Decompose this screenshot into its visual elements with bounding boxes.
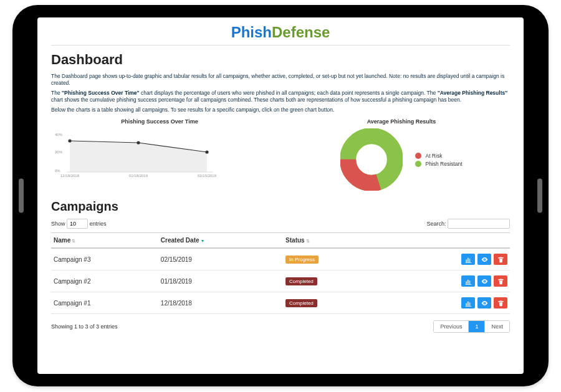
entries-input[interactable] bbox=[67, 219, 88, 229]
brand-logo: PhishDefense bbox=[51, 22, 510, 45]
cell-created: 02/15/2019 bbox=[158, 248, 283, 270]
svg-text:20%: 20% bbox=[55, 150, 63, 154]
section-campaigns-title: Campaigns bbox=[51, 199, 510, 214]
screen: PhishDefense Dashboard The Dashboard pag… bbox=[37, 17, 524, 374]
svg-point-5 bbox=[137, 141, 140, 145]
table-row: Campaign #112/18/2018Completed bbox=[51, 292, 510, 314]
page-title: Dashboard bbox=[51, 52, 510, 68]
cell-status: In Progress bbox=[283, 248, 380, 270]
legend-dot-red bbox=[415, 153, 421, 159]
cell-status: Completed bbox=[283, 270, 380, 292]
chart-title-line: Phishing Success Over Time bbox=[51, 118, 268, 125]
svg-point-4 bbox=[68, 140, 71, 143]
svg-point-13 bbox=[358, 146, 385, 173]
desc-p1: The Dashboard page shows up-to-date grap… bbox=[51, 73, 510, 87]
chart-button[interactable] bbox=[461, 297, 475, 308]
status-badge: In Progress bbox=[285, 256, 319, 264]
view-button[interactable] bbox=[477, 275, 491, 287]
line-chart-svg: 40% 20% 0% 12/18/2018 01/18/2019 02/ bbox=[51, 128, 226, 178]
legend-dot-green bbox=[415, 161, 421, 167]
col-created[interactable]: Created Date▼ bbox=[158, 233, 283, 249]
bezel-button-left bbox=[19, 179, 24, 213]
donut-chart-svg bbox=[340, 128, 403, 191]
bezel-button-right bbox=[537, 179, 542, 213]
cell-name: Campaign #2 bbox=[51, 270, 158, 292]
col-status[interactable]: Status⇅ bbox=[283, 233, 380, 249]
sort-desc-icon: ▼ bbox=[201, 239, 205, 243]
cell-created: 12/18/2018 bbox=[158, 292, 283, 314]
cell-created: 01/18/2019 bbox=[158, 270, 283, 292]
pager-prev[interactable]: Previous bbox=[434, 321, 468, 332]
desc-p3: Below the charts is a table showing all … bbox=[51, 107, 510, 113]
chart-button[interactable] bbox=[461, 275, 475, 287]
tablet-frame: PhishDefense Dashboard The Dashboard pag… bbox=[12, 5, 549, 386]
brand-part1: Phish bbox=[231, 24, 272, 41]
svg-point-6 bbox=[205, 151, 208, 154]
chart-success-over-time: Phishing Success Over Time 40% 20% 0% bbox=[51, 118, 268, 191]
delete-button[interactable] bbox=[494, 275, 507, 287]
table-row: Campaign #302/15/2019In Progress bbox=[51, 248, 510, 270]
svg-text:40%: 40% bbox=[55, 133, 63, 136]
table-footer-info: Showing 1 to 3 of 3 entries bbox=[51, 323, 118, 330]
table-row: Campaign #201/18/2019Completed bbox=[51, 270, 510, 292]
delete-button[interactable] bbox=[494, 297, 507, 308]
sort-icon: ⇅ bbox=[306, 239, 310, 243]
cell-status: Completed bbox=[283, 292, 380, 314]
status-badge: Completed bbox=[285, 277, 317, 285]
pager: Previous 1 Next bbox=[433, 320, 510, 333]
chart-button[interactable] bbox=[461, 254, 475, 265]
legend-phish-resistant: Phish Resistant bbox=[415, 161, 462, 167]
svg-text:12/18/2018: 12/18/2018 bbox=[60, 174, 80, 178]
pager-page-1[interactable]: 1 bbox=[468, 321, 484, 332]
brand-part2: Defense bbox=[272, 24, 330, 41]
desc-p2: The "Phishing Success Over Time" chart d… bbox=[51, 90, 510, 104]
chart-title-donut: Average Phishing Results bbox=[293, 118, 510, 125]
delete-button[interactable] bbox=[494, 254, 507, 265]
pager-next[interactable]: Next bbox=[484, 321, 509, 332]
legend-at-risk: At Risk bbox=[415, 153, 462, 159]
search-input[interactable] bbox=[448, 219, 510, 229]
cell-name: Campaign #3 bbox=[51, 248, 158, 270]
sort-icon: ⇅ bbox=[72, 239, 75, 243]
col-actions bbox=[380, 233, 510, 249]
svg-text:01/18/2019: 01/18/2019 bbox=[129, 174, 148, 178]
cell-name: Campaign #1 bbox=[51, 292, 158, 314]
svg-marker-3 bbox=[70, 141, 207, 172]
chart-average-results: Average Phishing Results At Risk bbox=[293, 118, 510, 191]
view-button[interactable] bbox=[477, 254, 491, 265]
search-control: Search: bbox=[426, 219, 510, 229]
donut-legend: At Risk Phish Resistant bbox=[415, 151, 462, 169]
svg-text:02/15/2019: 02/15/2019 bbox=[198, 174, 217, 178]
entries-control: Show entries bbox=[51, 219, 107, 229]
campaigns-table: Name⇅ Created Date▼ Status⇅ Campaign #30… bbox=[51, 232, 510, 314]
col-name[interactable]: Name⇅ bbox=[51, 233, 158, 249]
status-badge: Completed bbox=[285, 299, 317, 307]
view-button[interactable] bbox=[477, 297, 491, 308]
svg-text:0%: 0% bbox=[55, 169, 60, 173]
